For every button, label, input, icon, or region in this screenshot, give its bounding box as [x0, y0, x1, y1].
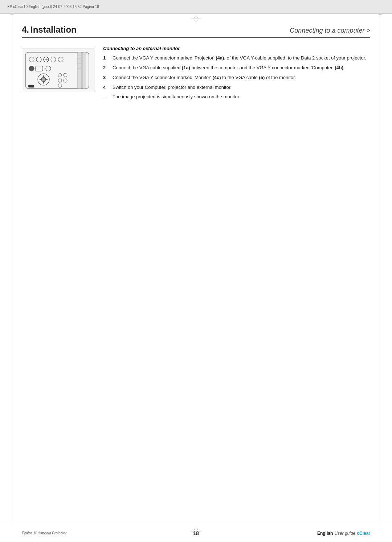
- body-content: Connecting to an external monitor 1 Conn…: [22, 46, 370, 103]
- footer-guide-label: User guide: [334, 531, 355, 536]
- footer-product: cClear: [357, 531, 370, 536]
- svg-marker-26: [39, 78, 42, 81]
- svg-point-11: [58, 57, 63, 62]
- instruction-item-4: 4 Switch on your Computer, projector and…: [103, 84, 370, 91]
- svg-marker-25: [42, 81, 45, 84]
- instruction-text-2: Connect the VGA cable supplied (1a) betw…: [113, 65, 345, 71]
- svg-point-20: [29, 66, 34, 71]
- svg-point-29: [58, 73, 62, 77]
- bottom-center-reg: [191, 526, 201, 536]
- svg-point-30: [64, 73, 67, 77]
- header-meta: XP cClear10 English (good) 24-07-2003 15…: [7, 5, 99, 9]
- instruction-number-3: 3: [103, 74, 110, 81]
- instruction-item-dash: – The image projected is simultaneously …: [103, 94, 370, 100]
- remote-control-image: [22, 49, 94, 92]
- instruction-text-1: Connect the VGA Y connector marked 'Proj…: [113, 55, 366, 62]
- main-content: 4. Installation Connecting to a computer…: [22, 14, 370, 517]
- instruction-dash: –: [103, 94, 110, 100]
- footer-brand: Philips Multimedia Projector: [22, 531, 317, 535]
- instruction-number-4: 4: [103, 84, 110, 91]
- svg-point-22: [46, 66, 51, 71]
- footer-right: English User guide cClear: [317, 531, 370, 536]
- svg-point-4: [29, 57, 34, 62]
- instruction-text-dash: The image projected is simultaneously sh…: [113, 94, 240, 100]
- section-header: 4. Installation Connecting to a computer…: [22, 25, 370, 38]
- instruction-item-2: 2 Connect the VGA cable supplied (1a) be…: [103, 65, 370, 71]
- footer-language: English: [317, 531, 333, 536]
- section-title: Installation: [30, 25, 290, 35]
- section-number: 4.: [22, 25, 29, 35]
- svg-marker-24: [42, 75, 45, 78]
- svg-point-32: [64, 79, 67, 82]
- left-border-line: [14, 14, 14, 524]
- svg-rect-12: [77, 52, 82, 89]
- instruction-item-1: 1 Connect the VGA Y connector marked 'Pr…: [103, 55, 370, 62]
- instruction-text-4: Switch on your Computer, projector and e…: [113, 84, 232, 91]
- header-bar: XP cClear10 English (good) 24-07-2003 15…: [0, 0, 392, 14]
- connecting-title: Connecting to an external monitor: [103, 46, 370, 51]
- svg-rect-21: [36, 66, 43, 71]
- instruction-number-1: 1: [103, 55, 110, 62]
- svg-marker-27: [45, 78, 48, 81]
- svg-point-33: [58, 84, 62, 87]
- instruction-number-2: 2: [103, 65, 110, 71]
- svg-rect-34: [28, 85, 34, 87]
- right-border-line: [378, 14, 378, 524]
- svg-point-5: [36, 57, 41, 62]
- svg-point-28: [42, 78, 45, 81]
- svg-point-31: [58, 79, 62, 82]
- svg-rect-19: [82, 52, 86, 89]
- instruction-item-3: 3 Connect the VGA Y connector marked 'Mo…: [103, 74, 370, 81]
- section-subtitle: Connecting to a computer >: [290, 27, 370, 34]
- svg-point-10: [51, 57, 56, 62]
- instruction-text-3: Connect the VGA Y connector marked 'Moni…: [113, 74, 296, 81]
- instructions: Connecting to an external monitor 1 Conn…: [103, 46, 370, 103]
